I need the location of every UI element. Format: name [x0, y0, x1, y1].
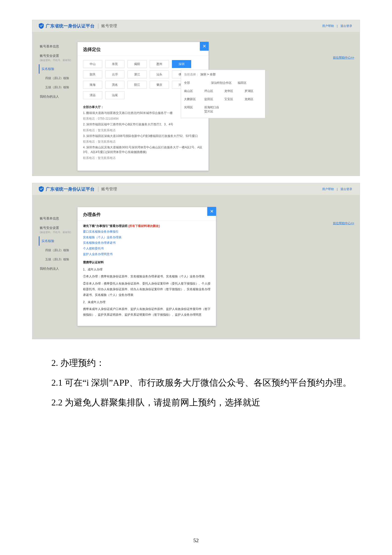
app-subtitle: 账号管理	[98, 23, 117, 29]
download-link[interactable]: 实名核验（个人）业务办理表	[83, 235, 210, 240]
district-option[interactable]: 福田区	[238, 80, 262, 86]
district-option[interactable]: 宝安区	[224, 96, 242, 102]
help-link[interactable]: 用户帮助	[322, 187, 334, 191]
download-link[interactable]: 监护人业务办理同意书	[83, 251, 210, 257]
help-link[interactable]: 用户帮助	[322, 24, 334, 28]
doc-line: 2.2 为避免人群聚集排队，请提前网上预约，选择就近	[34, 394, 358, 411]
city-option[interactable]: 湛江	[127, 70, 147, 78]
shield-icon	[39, 23, 44, 29]
doc-line: 2.1 可在“i 深圳”APP、市行政服务大厅微信公众号、各区预约平台预约办理。	[34, 374, 358, 392]
city-option[interactable]: 中山	[83, 60, 102, 68]
materials-line: 携带未成年人身份证或户口本原件、监护人有效身份证件原件、监护人有效身份证件复印件…	[83, 306, 210, 318]
materials-line: ①本人办理：携带有效身份证原件、实名核验业务办理承诺书、实名核验（个人）业务办理…	[83, 274, 210, 279]
sidebar-item-l3[interactable]: 五级（原L3）核验	[39, 83, 76, 92]
city-option[interactable]: 韶关	[83, 70, 102, 78]
district-option[interactable]: 前海蛇口自贸片区	[204, 105, 222, 114]
sidebar-item-basic[interactable]: 账号基本信息	[39, 214, 76, 223]
hall-tel: 联系电话：暂无联系电话	[83, 156, 203, 160]
district-option[interactable]: 深汕特别合作区	[211, 80, 235, 86]
district-option[interactable]: 南山区	[184, 88, 202, 94]
screenshot-conditions: 广东省统一身份认证平台 账号管理 用户帮助 | 退出登录 实名核验 账号基本信息…	[32, 183, 360, 339]
sidebar-item-security-sub: (修改密码、手机号、邮箱等)	[39, 231, 76, 236]
sidebar-item-realname[interactable]: 实名核验	[39, 236, 76, 246]
app-subtitle: 账号管理	[98, 187, 117, 192]
lead-line: 请先下载“办事指引”查看办理说明 (所有下载材料请勿删改)	[83, 223, 210, 229]
conditions-modal: ✕ 办理条件 请先下载“办事指引”查看办理说明 (所有下载材料请勿删改) 窗口实…	[77, 207, 216, 326]
help-center-link[interactable]: 前往帮助中心>>	[333, 221, 354, 225]
sidebar-item-legal[interactable]: 我经办的法人	[39, 92, 76, 101]
close-icon[interactable]: ✕	[207, 207, 216, 216]
app-title: 广东省统一身份认证平台	[46, 186, 95, 192]
logout-link[interactable]: 退出登录	[340, 187, 352, 191]
district-option[interactable]: 罗湖区	[245, 88, 262, 94]
materials-line: 1、成年人办理	[83, 267, 210, 272]
city-option[interactable]: 茂名	[105, 81, 124, 89]
sidebar-item-security[interactable]: 账号安全设置	[39, 223, 76, 231]
hall-item: 4. 深圳市南山区滨海大道辅路3001号深圳湾体育中心南山区行政服务大厅一楼A区…	[83, 145, 203, 155]
sidebar-item-l2[interactable]: 四级（原L2）核验	[39, 246, 76, 255]
app-title: 广东省统一身份认证平台	[46, 23, 95, 29]
document-body: 2. 办理预约： 2.1 可在“i 深圳”APP、市行政服务大厅微信公众号、各区…	[34, 354, 358, 411]
sidebar: 账号基本信息 账号安全设置 (修改密码、手机号、邮箱等) 实名核验 四级（原L2…	[39, 214, 76, 273]
hall-item: 2. 深圳市福田区福中三路市民中心B区市行政服务大厅西厅2、3、4号	[83, 122, 203, 127]
doc-line: 2. 办理预约：	[34, 354, 358, 372]
city-option[interactable]: 珠海	[83, 81, 102, 89]
modal-title: 选择定位	[83, 46, 208, 52]
materials-line: 2、未成年人办理	[83, 299, 210, 305]
sidebar: 账号基本信息 账号安全设置 (修改密码、手机号、邮箱等) 实名核验 四级（原L2…	[39, 42, 76, 101]
sidebar-item-security-sub: (修改密码、手机号、邮箱等)	[39, 59, 76, 64]
close-icon[interactable]: ✕	[200, 42, 209, 51]
sidebar-item-l3[interactable]: 五级（原L3）核验	[39, 255, 76, 264]
page-number: 52	[0, 537, 392, 544]
city-option[interactable]: 汕尾	[105, 91, 124, 99]
city-option[interactable]: 揭阳	[127, 60, 147, 68]
download-link[interactable]: 窗口实名核验业务办事指引	[83, 229, 210, 235]
city-option[interactable]: 肇庆	[150, 81, 169, 89]
sidebar-item-legal[interactable]: 我经办的法人	[39, 264, 76, 273]
sidebar-item-security[interactable]: 账号安全设置	[39, 51, 76, 59]
app-header: 广东省统一身份认证平台 账号管理 用户帮助 | 退出登录	[32, 20, 360, 32]
city-option[interactable]: 深圳	[172, 60, 191, 68]
district-option[interactable]: 龙岗区	[245, 96, 262, 102]
city-option[interactable]: 汕头	[150, 70, 169, 78]
city-option[interactable]: 阳江	[127, 81, 147, 89]
city-option[interactable]: 清远	[83, 91, 102, 99]
hall-item: 3. 深圳市福田区深南大道1006号国际创新中心F座3楼福田区行政服务大厅52、…	[83, 134, 203, 138]
hall-tel: 联系电话：暂无联系电话	[83, 139, 203, 144]
sidebar-item-l2[interactable]: 四级（原L2）核验	[39, 74, 76, 83]
city-option[interactable]: 云浮	[105, 70, 124, 78]
logout-link[interactable]: 退出登录	[340, 24, 352, 28]
screenshot-select-location: 广东省统一身份认证平台 账号管理 用户帮助 | 退出登录 账号基本信息 账号安全…	[32, 20, 360, 176]
help-center-link[interactable]: 前往帮助中心>>	[333, 56, 354, 60]
hall-tel: 联系电话：暂无联系电话	[83, 128, 203, 133]
materials-heading: 需携带认证材料	[83, 260, 210, 265]
district-panel: 当前选择： 深圳 > 全部 全部深汕特别合作区福田区 南山区坪山区龙华区罗湖区大…	[181, 70, 265, 118]
materials-line: ②非本人办理：携带委托人有效身份证原件、委托人身份证复印件（委托人签字按指纹）、…	[83, 281, 210, 298]
district-option[interactable]: 龙华区	[224, 88, 242, 94]
district-option[interactable]: 大鹏新区	[184, 96, 202, 102]
city-option[interactable]: 东莞	[105, 60, 124, 68]
district-option[interactable]: 光明区	[184, 105, 202, 114]
instructions: 请先下载“办事指引”查看办理说明 (所有下载材料请勿删改) 窗口实名核验业务办事…	[78, 223, 216, 322]
modal-title: 办理条件	[83, 212, 216, 218]
city-option[interactable]: 惠州	[150, 60, 169, 68]
header-links: 用户帮助 | 退出登录	[321, 187, 353, 191]
sidebar-item-basic[interactable]: 账号基本信息	[39, 42, 76, 51]
sidebar-item-realname[interactable]: 实名核验	[39, 64, 76, 74]
download-link[interactable]: 个人授权委托书	[83, 246, 210, 251]
shield-icon	[39, 186, 44, 192]
district-option[interactable]: 全部	[184, 80, 208, 86]
download-link[interactable]: 实名核验业务办理承诺书	[83, 240, 210, 246]
app-header: 广东省统一身份认证平台 账号管理 用户帮助 | 退出登录	[32, 183, 360, 195]
select-location-modal: ✕ 选择定位 中山东莞揭阳惠州深圳韶关云浮湛江汕头佛山珠海茂名阳江肇庆河源清远汕…	[77, 42, 209, 171]
district-option[interactable]: 坪山区	[204, 88, 222, 94]
header-links: 用户帮助 | 退出登录	[321, 24, 353, 28]
district-option[interactable]: 盐田区	[204, 96, 222, 102]
